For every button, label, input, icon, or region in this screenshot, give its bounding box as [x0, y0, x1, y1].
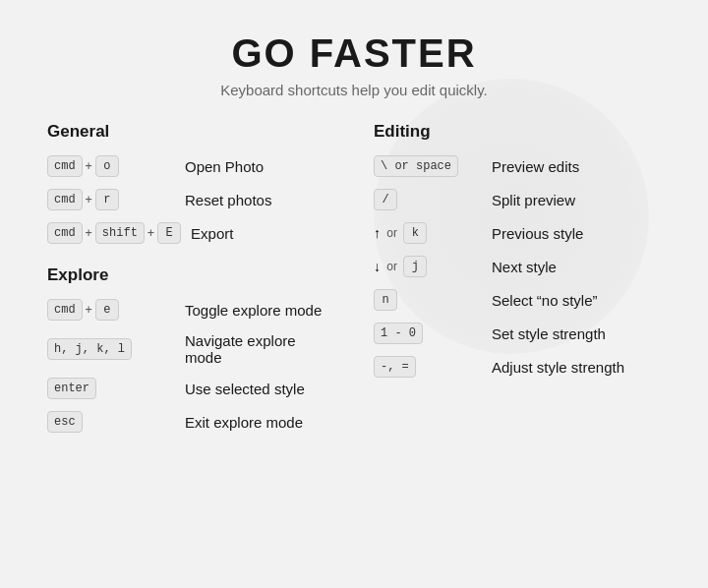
shortcut-reset-photos: cmd + r Reset photos — [47, 189, 334, 210]
cmd-key2: cmd — [47, 189, 83, 210]
shortcut-adjust-strength: -, = Adjust style strength — [374, 356, 661, 378]
shortcut-open-photo: cmd + o Open Photo — [47, 155, 334, 177]
page-title: GO FASTER — [47, 31, 661, 76]
preview-edits-keys: \ or space — [374, 155, 482, 177]
shift-key: shift — [95, 222, 145, 244]
r-key: r — [95, 189, 119, 210]
shortcut-exit-explore: esc Exit explore mode — [47, 411, 334, 433]
page-header: GO FASTER Keyboard shortcuts help you ed… — [47, 31, 661, 98]
open-photo-keys: cmd + o — [47, 155, 175, 177]
shortcut-set-strength: 1 - 0 Set style strength — [374, 323, 661, 344]
shortcut-no-style: n Select “no style” — [374, 289, 661, 311]
use-style-keys: enter — [47, 378, 175, 399]
open-photo-label: Open Photo — [185, 158, 264, 175]
cmd-key3: cmd — [47, 222, 83, 244]
adjust-strength-label: Adjust style strength — [492, 359, 624, 376]
cmd-key4: cmd — [47, 299, 83, 321]
adjust-strength-keys: -, = — [374, 356, 482, 378]
k-key: k — [403, 222, 427, 244]
shortcut-navigate-explore: h, j, k, l Navigate explore mode — [47, 332, 334, 366]
up-arrow-icon: ↑ — [374, 225, 381, 241]
one-zero-key: 1 - 0 — [374, 323, 423, 344]
shortcut-preview-edits: \ or space Preview edits — [374, 155, 661, 177]
page-subtitle: Keyboard shortcuts help you edit quickly… — [47, 82, 661, 98]
reset-photos-keys: cmd + r — [47, 189, 175, 210]
use-style-label: Use selected style — [185, 381, 305, 397]
navigate-explore-label: Navigate explore mode — [185, 332, 334, 366]
general-section: General cmd + o Open Photo cmd + r — [47, 122, 334, 244]
reset-photos-label: Reset photos — [185, 192, 271, 208]
minus-equals-key: -, = — [374, 356, 416, 378]
cmd-key: cmd — [47, 155, 83, 177]
down-arrow-icon: ↓ — [374, 259, 381, 274]
next-style-keys: ↓ or j — [374, 256, 482, 277]
o-key: o — [95, 155, 119, 177]
n-key: n — [374, 289, 397, 311]
split-preview-label: Split preview — [492, 192, 575, 208]
left-column: General cmd + o Open Photo cmd + r — [47, 122, 354, 444]
j-key: j — [403, 256, 427, 277]
shortcut-export: cmd + shift + E Export — [47, 222, 334, 244]
set-strength-keys: 1 - 0 — [374, 323, 482, 344]
no-style-label: Select “no style” — [492, 292, 598, 309]
e-key2: e — [95, 299, 119, 321]
editing-title: Editing — [374, 122, 661, 142]
shortcut-next-style: ↓ or j Next style — [374, 256, 661, 277]
exit-explore-keys: esc — [47, 411, 175, 433]
hjkl-key: h, j, k, l — [47, 338, 132, 360]
export-label: Export — [191, 225, 233, 242]
preview-edits-label: Preview edits — [492, 158, 579, 175]
navigate-explore-keys: h, j, k, l — [47, 338, 175, 360]
toggle-explore-keys: cmd + e — [47, 299, 175, 321]
split-preview-keys: / — [374, 189, 482, 210]
set-strength-label: Set style strength — [492, 325, 606, 342]
shortcut-previous-style: ↑ or k Previous style — [374, 222, 661, 244]
shortcut-toggle-explore: cmd + e Toggle explore mode — [47, 299, 334, 321]
explore-section: Explore cmd + e Toggle explore mode h, j… — [47, 265, 334, 433]
next-style-label: Next style — [492, 259, 557, 275]
explore-title: Explore — [47, 265, 334, 285]
e-key: E — [157, 222, 181, 244]
general-title: General — [47, 122, 334, 142]
export-keys: cmd + shift + E — [47, 222, 181, 244]
exit-explore-label: Exit explore mode — [185, 414, 303, 431]
no-style-keys: n — [374, 289, 482, 311]
slash-key: / — [374, 189, 397, 210]
right-column: Editing \ or space Preview edits / Split… — [354, 122, 661, 444]
esc-key: esc — [47, 411, 83, 433]
editing-section: Editing \ or space Preview edits / Split… — [374, 122, 661, 378]
backslash-or-space-key: \ or space — [374, 155, 458, 177]
previous-style-keys: ↑ or k — [374, 222, 482, 244]
shortcut-split-preview: / Split preview — [374, 189, 661, 210]
shortcut-use-style: enter Use selected style — [47, 378, 334, 399]
toggle-explore-label: Toggle explore mode — [185, 302, 322, 319]
previous-style-label: Previous style — [492, 225, 583, 242]
enter-key: enter — [47, 378, 96, 399]
